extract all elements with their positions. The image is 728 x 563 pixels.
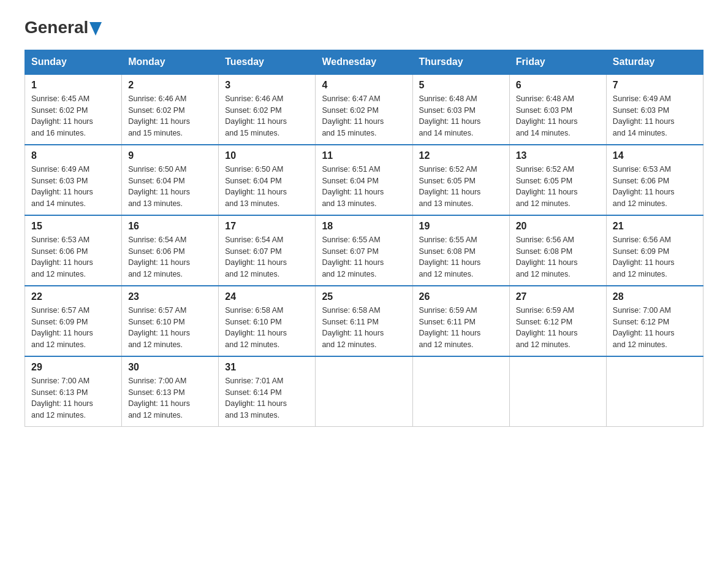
calendar-week-row: 1Sunrise: 6:45 AMSunset: 6:02 PMDaylight… bbox=[25, 74, 703, 145]
day-number: 23 bbox=[128, 291, 212, 302]
weekday-header-monday: Monday bbox=[122, 50, 219, 74]
calendar-cell: 17Sunrise: 6:54 AMSunset: 6:07 PMDayligh… bbox=[219, 215, 316, 286]
calendar-cell: 9Sunrise: 6:50 AMSunset: 6:04 PMDaylight… bbox=[122, 145, 219, 215]
day-number: 5 bbox=[419, 80, 503, 91]
calendar-cell: 11Sunrise: 6:51 AMSunset: 6:04 PMDayligh… bbox=[316, 145, 412, 215]
calendar-cell: 3Sunrise: 6:46 AMSunset: 6:02 PMDaylight… bbox=[219, 74, 316, 145]
day-info: Sunrise: 6:52 AMSunset: 6:05 PMDaylight:… bbox=[516, 164, 600, 210]
day-info: Sunrise: 6:49 AMSunset: 6:03 PMDaylight:… bbox=[31, 164, 115, 210]
day-info: Sunrise: 6:55 AMSunset: 6:07 PMDaylight:… bbox=[322, 234, 406, 280]
calendar-week-row: 15Sunrise: 6:53 AMSunset: 6:06 PMDayligh… bbox=[25, 215, 703, 286]
calendar-cell: 21Sunrise: 6:56 AMSunset: 6:09 PMDayligh… bbox=[606, 215, 703, 286]
calendar-cell: 22Sunrise: 6:57 AMSunset: 6:09 PMDayligh… bbox=[25, 286, 122, 356]
calendar-cell: 5Sunrise: 6:48 AMSunset: 6:03 PMDaylight… bbox=[412, 74, 509, 145]
calendar-cell: 25Sunrise: 6:58 AMSunset: 6:11 PMDayligh… bbox=[316, 286, 412, 356]
calendar-cell: 31Sunrise: 7:01 AMSunset: 6:14 PMDayligh… bbox=[219, 356, 316, 427]
weekday-header-tuesday: Tuesday bbox=[219, 50, 316, 74]
day-info: Sunrise: 6:56 AMSunset: 6:09 PMDaylight:… bbox=[613, 234, 697, 280]
day-number: 27 bbox=[516, 291, 600, 302]
day-info: Sunrise: 6:50 AMSunset: 6:04 PMDaylight:… bbox=[225, 164, 309, 210]
day-number: 31 bbox=[225, 362, 309, 373]
weekday-header-wednesday: Wednesday bbox=[316, 50, 412, 74]
day-number: 16 bbox=[128, 221, 212, 232]
day-number: 8 bbox=[31, 150, 115, 161]
calendar-cell: 12Sunrise: 6:52 AMSunset: 6:05 PMDayligh… bbox=[412, 145, 509, 215]
calendar-cell: 16Sunrise: 6:54 AMSunset: 6:06 PMDayligh… bbox=[122, 215, 219, 286]
day-info: Sunrise: 6:53 AMSunset: 6:06 PMDaylight:… bbox=[31, 234, 115, 280]
day-info: Sunrise: 6:58 AMSunset: 6:10 PMDaylight:… bbox=[225, 305, 309, 351]
logo: General bbox=[25, 18, 102, 37]
day-number: 28 bbox=[613, 291, 697, 302]
day-info: Sunrise: 6:59 AMSunset: 6:11 PMDaylight:… bbox=[419, 305, 503, 351]
calendar-cell: 19Sunrise: 6:55 AMSunset: 6:08 PMDayligh… bbox=[412, 215, 509, 286]
day-info: Sunrise: 6:48 AMSunset: 6:03 PMDaylight:… bbox=[516, 93, 600, 139]
day-info: Sunrise: 6:47 AMSunset: 6:02 PMDaylight:… bbox=[322, 93, 406, 139]
day-number: 14 bbox=[613, 150, 697, 161]
calendar-week-row: 22Sunrise: 6:57 AMSunset: 6:09 PMDayligh… bbox=[25, 286, 703, 356]
day-number: 18 bbox=[322, 221, 406, 232]
day-info: Sunrise: 7:00 AMSunset: 6:13 PMDaylight:… bbox=[128, 375, 212, 421]
day-info: Sunrise: 6:50 AMSunset: 6:04 PMDaylight:… bbox=[128, 164, 212, 210]
calendar-cell bbox=[412, 356, 509, 427]
day-number: 1 bbox=[31, 80, 115, 91]
calendar-cell: 4Sunrise: 6:47 AMSunset: 6:02 PMDaylight… bbox=[316, 74, 412, 145]
day-number: 10 bbox=[225, 150, 309, 161]
calendar-cell bbox=[509, 356, 606, 427]
day-number: 20 bbox=[516, 221, 600, 232]
calendar-cell: 18Sunrise: 6:55 AMSunset: 6:07 PMDayligh… bbox=[316, 215, 412, 286]
calendar-cell: 24Sunrise: 6:58 AMSunset: 6:10 PMDayligh… bbox=[219, 286, 316, 356]
calendar-cell: 30Sunrise: 7:00 AMSunset: 6:13 PMDayligh… bbox=[122, 356, 219, 427]
day-info: Sunrise: 6:51 AMSunset: 6:04 PMDaylight:… bbox=[322, 164, 406, 210]
day-info: Sunrise: 6:58 AMSunset: 6:11 PMDaylight:… bbox=[322, 305, 406, 351]
svg-marker-0 bbox=[89, 22, 102, 36]
calendar-cell: 20Sunrise: 6:56 AMSunset: 6:08 PMDayligh… bbox=[509, 215, 606, 286]
calendar-cell: 26Sunrise: 6:59 AMSunset: 6:11 PMDayligh… bbox=[412, 286, 509, 356]
day-number: 13 bbox=[516, 150, 600, 161]
weekday-header-sunday: Sunday bbox=[25, 50, 122, 74]
weekday-header-thursday: Thursday bbox=[412, 50, 509, 74]
day-info: Sunrise: 6:46 AMSunset: 6:02 PMDaylight:… bbox=[128, 93, 212, 139]
day-number: 3 bbox=[225, 80, 309, 91]
day-number: 26 bbox=[419, 291, 503, 302]
day-number: 29 bbox=[31, 362, 115, 373]
weekday-header-friday: Friday bbox=[509, 50, 606, 74]
day-number: 15 bbox=[31, 221, 115, 232]
day-number: 30 bbox=[128, 362, 212, 373]
day-info: Sunrise: 6:56 AMSunset: 6:08 PMDaylight:… bbox=[516, 234, 600, 280]
calendar-cell: 10Sunrise: 6:50 AMSunset: 6:04 PMDayligh… bbox=[219, 145, 316, 215]
day-number: 2 bbox=[128, 80, 212, 91]
calendar-cell: 15Sunrise: 6:53 AMSunset: 6:06 PMDayligh… bbox=[25, 215, 122, 286]
calendar-week-row: 29Sunrise: 7:00 AMSunset: 6:13 PMDayligh… bbox=[25, 356, 703, 427]
day-number: 7 bbox=[613, 80, 697, 91]
calendar-cell: 27Sunrise: 6:59 AMSunset: 6:12 PMDayligh… bbox=[509, 286, 606, 356]
weekday-header-saturday: Saturday bbox=[606, 50, 703, 74]
day-number: 17 bbox=[225, 221, 309, 232]
day-number: 21 bbox=[613, 221, 697, 232]
day-info: Sunrise: 7:01 AMSunset: 6:14 PMDaylight:… bbox=[225, 375, 309, 421]
day-info: Sunrise: 6:46 AMSunset: 6:02 PMDaylight:… bbox=[225, 93, 309, 139]
day-number: 9 bbox=[128, 150, 212, 161]
calendar-cell bbox=[606, 356, 703, 427]
day-number: 25 bbox=[322, 291, 406, 302]
day-info: Sunrise: 7:00 AMSunset: 6:12 PMDaylight:… bbox=[613, 305, 697, 351]
calendar-week-row: 8Sunrise: 6:49 AMSunset: 6:03 PMDaylight… bbox=[25, 145, 703, 215]
day-info: Sunrise: 6:48 AMSunset: 6:03 PMDaylight:… bbox=[419, 93, 503, 139]
day-number: 6 bbox=[516, 80, 600, 91]
day-info: Sunrise: 6:57 AMSunset: 6:10 PMDaylight:… bbox=[128, 305, 212, 351]
calendar-cell: 2Sunrise: 6:46 AMSunset: 6:02 PMDaylight… bbox=[122, 74, 219, 145]
day-info: Sunrise: 6:52 AMSunset: 6:05 PMDaylight:… bbox=[419, 164, 503, 210]
day-number: 22 bbox=[31, 291, 115, 302]
day-info: Sunrise: 6:45 AMSunset: 6:02 PMDaylight:… bbox=[31, 93, 115, 139]
day-number: 4 bbox=[322, 80, 406, 91]
logo-text: General bbox=[25, 18, 102, 37]
day-info: Sunrise: 6:55 AMSunset: 6:08 PMDaylight:… bbox=[419, 234, 503, 280]
calendar-cell: 28Sunrise: 7:00 AMSunset: 6:12 PMDayligh… bbox=[606, 286, 703, 356]
day-number: 11 bbox=[322, 150, 406, 161]
calendar-cell: 14Sunrise: 6:53 AMSunset: 6:06 PMDayligh… bbox=[606, 145, 703, 215]
calendar-table: SundayMondayTuesdayWednesdayThursdayFrid… bbox=[25, 50, 703, 427]
calendar-cell: 29Sunrise: 7:00 AMSunset: 6:13 PMDayligh… bbox=[25, 356, 122, 427]
day-info: Sunrise: 7:00 AMSunset: 6:13 PMDaylight:… bbox=[31, 375, 115, 421]
page-header: General bbox=[25, 18, 703, 37]
day-number: 12 bbox=[419, 150, 503, 161]
day-number: 19 bbox=[419, 221, 503, 232]
